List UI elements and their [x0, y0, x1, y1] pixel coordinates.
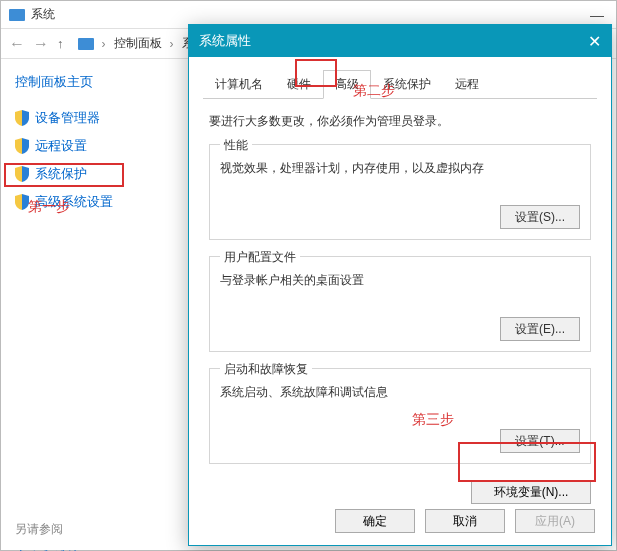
group-legend: 启动和故障恢复: [220, 361, 312, 378]
sidebar: 控制面板主页 设备管理器 远程设置 系统保护: [1, 59, 186, 550]
minimize-icon[interactable]: —: [590, 7, 604, 23]
bg-title-text: 系统: [31, 6, 55, 23]
group-desc: 与登录帐户相关的桌面设置: [220, 272, 580, 289]
group-desc: 系统启动、系统故障和调试信息: [220, 384, 580, 401]
shield-icon: [15, 110, 29, 126]
env-row: 环境变量(N)...: [189, 480, 591, 504]
group-desc: 视觉效果，处理器计划，内存使用，以及虚拟内存: [220, 160, 580, 177]
apply-button: 应用(A): [515, 509, 595, 533]
see-also-label: 另请参阅: [15, 521, 186, 538]
annotation-box-step3: [458, 442, 596, 482]
control-panel-home[interactable]: 控制面板主页: [15, 73, 186, 91]
shield-icon: [15, 138, 29, 154]
performance-settings-button[interactable]: 设置(S)...: [500, 205, 580, 229]
cancel-button[interactable]: 取消: [425, 509, 505, 533]
ok-button[interactable]: 确定: [335, 509, 415, 533]
group-user-profiles: 用户配置文件 与登录帐户相关的桌面设置 设置(E)...: [209, 256, 591, 352]
group-legend: 性能: [220, 137, 252, 154]
bg-window-controls: —: [590, 7, 616, 23]
tab-remote[interactable]: 远程: [443, 70, 491, 99]
crumb-icon: [78, 38, 94, 50]
forward-icon: →: [33, 35, 49, 53]
crumb-sep2: ›: [170, 37, 174, 51]
dialog-footer: 确定 取消 应用(A): [335, 509, 595, 533]
user-profiles-settings-button[interactable]: 设置(E)...: [500, 317, 580, 341]
sidebar-item-label: 设备管理器: [35, 109, 100, 127]
close-icon[interactable]: ✕: [588, 32, 601, 51]
back-icon[interactable]: ←: [9, 35, 25, 53]
sidebar-item-label: 远程设置: [35, 137, 87, 155]
system-icon: [9, 9, 25, 21]
up-icon[interactable]: ↑: [57, 36, 64, 51]
annotation-box-step2: [295, 59, 337, 87]
tab-computer-name[interactable]: 计算机名: [203, 70, 275, 99]
dialog-titlebar: 系统属性 ✕: [189, 25, 611, 57]
tabs-row: 计算机名 硬件 高级 系统保护 远程: [203, 69, 597, 99]
annotation-box-step1: [4, 163, 124, 187]
annotation-label-step1: 第一步: [28, 198, 70, 216]
shield-icon: [15, 194, 29, 210]
group-performance: 性能 视觉效果，处理器计划，内存使用，以及虚拟内存 设置(S)...: [209, 144, 591, 240]
dialog-body: 要进行大多数更改，你必须作为管理员登录。 性能 视觉效果，处理器计划，内存使用，…: [189, 99, 611, 464]
crumb-sep: ›: [102, 37, 106, 51]
group-legend: 用户配置文件: [220, 249, 300, 266]
annotation-label-step3: 第三步: [412, 411, 454, 429]
crumb-control-panel[interactable]: 控制面板: [114, 35, 162, 52]
admin-notice: 要进行大多数更改，你必须作为管理员登录。: [209, 113, 591, 130]
annotation-label-step2: 第二步: [353, 82, 395, 100]
dialog-title-text: 系统属性: [199, 32, 251, 50]
sidebar-item-device-manager[interactable]: 设备管理器: [15, 109, 186, 127]
environment-variables-button[interactable]: 环境变量(N)...: [471, 480, 591, 504]
sidebar-item-remote-settings[interactable]: 远程设置: [15, 137, 186, 155]
